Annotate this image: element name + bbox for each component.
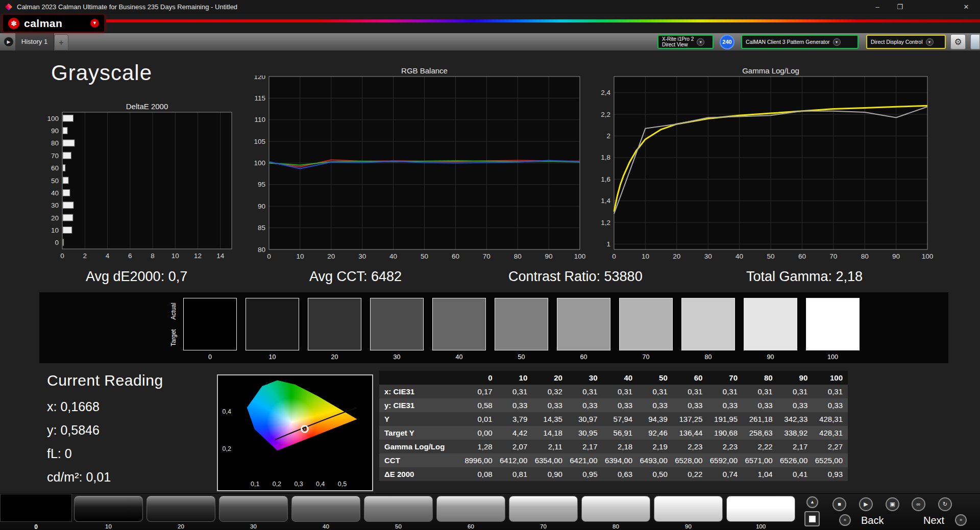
cie-top-dot bbox=[266, 382, 268, 385]
table-row: CCT8996,006412,006354,006421,006394,0064… bbox=[379, 453, 848, 467]
swatch-row: 0102030405060708090100 bbox=[183, 298, 860, 361]
maximize-icon[interactable]: ❐ bbox=[891, 3, 909, 11]
collapse-chevron-icon[interactable]: ▲ bbox=[806, 496, 818, 508]
settings-gear-icon[interactable]: ⚙ bbox=[950, 34, 966, 49]
table-row-label: ΔE 2000 bbox=[379, 467, 462, 481]
table-cell: 0,31 bbox=[638, 385, 673, 398]
table-cell: 0,33 bbox=[743, 398, 778, 412]
display-control-label: Direct Display Control bbox=[871, 39, 923, 45]
table-cell: 428,31 bbox=[813, 426, 848, 440]
table-row-label: Target Y bbox=[379, 426, 462, 440]
tab-strip: ▶ History 1 + X-Rite i1Pro 2 Direct View… bbox=[0, 33, 980, 51]
table-cell: 6528,00 bbox=[673, 453, 708, 467]
swatch-80: 80 bbox=[681, 298, 735, 361]
generator-chevron-icon[interactable]: ▼ bbox=[833, 38, 841, 46]
cie-x-label: 0,2 bbox=[273, 481, 281, 488]
display-control-chevron-icon[interactable]: ▼ bbox=[926, 38, 934, 46]
cie-x-label: 0,3 bbox=[294, 481, 303, 488]
patch-swatch bbox=[509, 496, 578, 522]
table-cell: 0,32 bbox=[532, 385, 568, 398]
play-button[interactable]: ▶ bbox=[859, 497, 873, 511]
meter-status-badge: 240 bbox=[720, 35, 734, 49]
patch-swatch bbox=[364, 496, 433, 522]
swatch-60: 60 bbox=[557, 298, 610, 361]
back-button[interactable]: Back bbox=[861, 515, 884, 526]
table-cell: 0,33 bbox=[532, 398, 568, 412]
measurement-table: 0102030405060708090100x: CIE310,170,310,… bbox=[379, 371, 848, 481]
stop-button[interactable]: ■ bbox=[832, 497, 846, 511]
cie-diagram: 0,40,20,10,20,30,40,5 bbox=[217, 374, 373, 491]
add-tab-button[interactable]: + bbox=[54, 34, 68, 51]
cie-x-label: 0,5 bbox=[338, 481, 347, 488]
patch-button-60[interactable]: 60 bbox=[436, 496, 505, 529]
link-button[interactable]: ∞ bbox=[912, 497, 925, 511]
gamma-chart-title: Gamma Log/Log bbox=[614, 66, 927, 75]
patch-button-0[interactable]: 0 bbox=[0, 494, 72, 530]
patch-button-100[interactable]: 100 bbox=[726, 496, 795, 529]
table-cell: 14,35 bbox=[532, 412, 568, 426]
patch-swatch bbox=[654, 496, 723, 522]
patch-button-20[interactable]: 20 bbox=[146, 496, 215, 529]
pattern-toggle-button[interactable]: ▣ bbox=[886, 497, 899, 511]
deltae-bar bbox=[63, 115, 74, 121]
svg-text:1,2: 1,2 bbox=[601, 219, 610, 226]
pattern-window-icon bbox=[809, 516, 816, 522]
table-cell: 0,50 bbox=[638, 467, 673, 481]
svg-text:100: 100 bbox=[922, 253, 934, 260]
logo-menu-chevron-icon[interactable]: ▼ bbox=[90, 19, 99, 28]
rainbow-strip bbox=[106, 19, 980, 22]
svg-text:60: 60 bbox=[798, 253, 806, 260]
svg-text:100: 100 bbox=[574, 253, 586, 260]
next-chevron-icon[interactable]: » bbox=[955, 514, 967, 526]
table-cell: 428,31 bbox=[813, 412, 848, 426]
minimize-icon[interactable]: – bbox=[869, 3, 886, 11]
pattern-generator-dropdown[interactable]: CalMAN Client 3 Pattern Generator ▼ bbox=[741, 35, 859, 49]
patch-button-40[interactable]: 40 bbox=[291, 496, 360, 529]
header: ✽ calman ▼ ▶ History 1 + X-Rite i1Pro 2 … bbox=[0, 14, 980, 51]
close-icon[interactable]: ✕ bbox=[958, 3, 975, 11]
pattern-window-button[interactable] bbox=[804, 511, 820, 526]
table-cell: 0,31 bbox=[603, 385, 638, 398]
swatch-color bbox=[308, 298, 361, 350]
next-button[interactable]: Next bbox=[923, 515, 944, 526]
swatch-level-label: 100 bbox=[806, 354, 860, 361]
svg-text:10: 10 bbox=[172, 252, 179, 260]
patch-button-90[interactable]: 90 bbox=[654, 496, 723, 529]
patch-button-70[interactable]: 70 bbox=[509, 496, 578, 529]
patch-button-50[interactable]: 50 bbox=[364, 496, 433, 529]
meter-chevron-icon[interactable]: ▼ bbox=[697, 38, 704, 46]
patch-button-30[interactable]: 30 bbox=[219, 496, 288, 529]
table-cell: 2,27 bbox=[813, 440, 848, 453]
table-cell: 190,68 bbox=[707, 426, 743, 440]
display-control-dropdown[interactable]: Direct Display Control ▼ bbox=[866, 35, 946, 49]
table-cell: 6421,00 bbox=[568, 453, 603, 467]
svg-text:120: 120 bbox=[254, 75, 265, 81]
table-cell: 2,18 bbox=[603, 440, 638, 453]
patch-button-80[interactable]: 80 bbox=[581, 496, 650, 529]
svg-text:80: 80 bbox=[514, 253, 522, 260]
history-nav-icon[interactable]: ▶ bbox=[4, 37, 14, 47]
edge-partial-button[interactable] bbox=[970, 34, 980, 49]
meter-name: X-Rite i1Pro 2 bbox=[662, 36, 694, 42]
patch-label: 40 bbox=[291, 523, 360, 529]
patch-button-10[interactable]: 10 bbox=[74, 496, 143, 529]
svg-text:50: 50 bbox=[51, 177, 59, 185]
calman-logo[interactable]: ✽ calman ▼ bbox=[3, 14, 105, 32]
swatch-30: 30 bbox=[370, 298, 424, 361]
table-cell: 0,33 bbox=[568, 398, 603, 412]
table-cell: 0,33 bbox=[778, 398, 813, 412]
svg-text:90: 90 bbox=[258, 203, 265, 210]
meter-dropdown[interactable]: X-Rite i1Pro 2 Direct View ▼ bbox=[657, 35, 714, 49]
table-cell: 0,33 bbox=[813, 398, 848, 412]
reading-line: x: 0,1668 bbox=[47, 399, 163, 414]
deltae-bar bbox=[63, 152, 71, 159]
swatch-color bbox=[619, 298, 673, 350]
table-cell: 0,33 bbox=[707, 398, 743, 412]
table-cell: 6394,00 bbox=[603, 453, 638, 467]
svg-text:70: 70 bbox=[483, 253, 491, 260]
table-col-header: 100 bbox=[813, 371, 848, 385]
back-chevron-icon[interactable]: « bbox=[839, 514, 851, 526]
refresh-button[interactable]: ↻ bbox=[938, 497, 952, 511]
swatch-color bbox=[681, 298, 735, 350]
tab-history-1[interactable]: History 1 bbox=[15, 33, 54, 51]
